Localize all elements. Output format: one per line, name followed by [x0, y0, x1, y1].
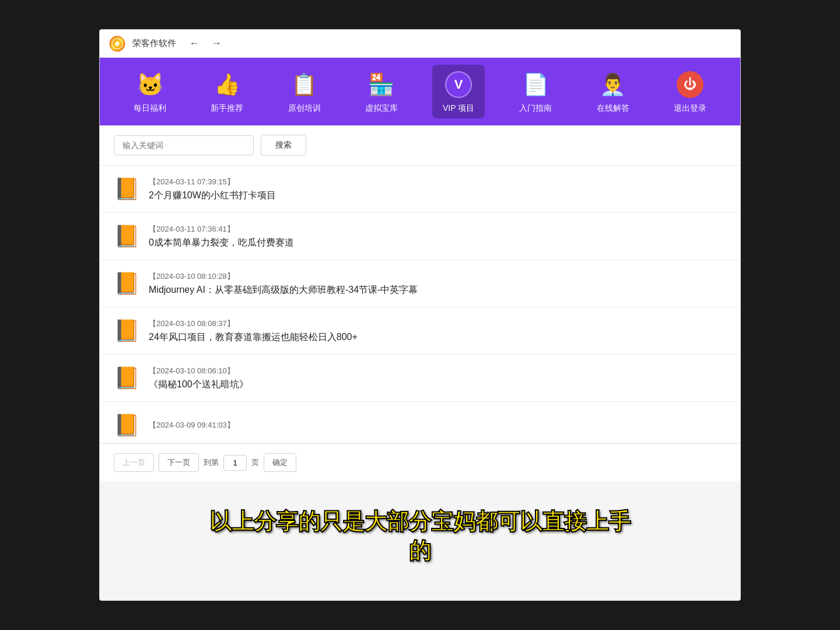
nav-label-online: 在线解答 [597, 103, 629, 114]
original-icon: 📋 [289, 69, 320, 100]
list-item[interactable]: 📙 【2024-03-10 08:10:28】 Midjourney AI：从零… [100, 260, 740, 307]
app-logo [109, 36, 125, 52]
svg-point-2 [115, 41, 120, 46]
guide-icon: 📄 [520, 69, 551, 100]
prev-page-button[interactable]: 上一页 [114, 453, 154, 472]
nav-bar: 🐱 每日福利 👍 新手推荐 📋 原创培训 🏪 虚拟宝库 V VIP 项目 📄 [100, 58, 740, 125]
item-time: 【2024-03-10 08:10:28】 [149, 271, 418, 282]
item-content: 【2024-03-10 08:08:37】 24年风口项目，教育赛道靠搬运也能轻… [149, 318, 358, 344]
list-item[interactable]: 📙 【2024-03-10 08:06:10】 《揭秘100个送礼暗坑》 [100, 355, 740, 402]
book-icon: 📙 [114, 412, 139, 438]
item-title: 《揭秘100个送礼暗坑》 [149, 379, 249, 391]
item-title: 0成本简单暴力裂变，吃瓜付费赛道 [149, 237, 294, 249]
nav-item-original[interactable]: 📋 原创培训 [278, 65, 331, 118]
nav-label-beginner: 新手推荐 [211, 103, 243, 114]
nav-label-original: 原创培训 [288, 103, 321, 114]
item-time: 【2024-03-10 08:08:37】 [149, 318, 358, 329]
virtual-icon: 🏪 [366, 69, 397, 100]
page-number-input[interactable] [223, 455, 247, 471]
page-unit: 页 [251, 457, 259, 468]
goto-label: 到第 [204, 457, 219, 468]
item-content: 【2024-03-11 07:36:41】 0成本简单暴力裂变，吃瓜付费赛道 [149, 224, 294, 249]
book-icon: 📙 [114, 365, 139, 391]
nav-item-daily[interactable]: 🐱 每日福利 [124, 65, 176, 118]
item-time: 【2024-03-10 08:06:10】 [149, 366, 249, 376]
next-page-button[interactable]: 下一页 [159, 453, 199, 472]
nav-item-guide[interactable]: 📄 入门指南 [509, 65, 562, 118]
item-time: 【2024-03-11 07:36:41】 [149, 224, 294, 235]
beginner-icon: 👍 [212, 69, 242, 100]
app-name: 荣客作软件 [132, 38, 176, 49]
nav-label-vip: VIP 项目 [443, 103, 474, 114]
search-bar: 搜索 [100, 125, 740, 166]
nav-item-vip[interactable]: V VIP 项目 [432, 65, 485, 118]
search-input[interactable] [114, 135, 254, 155]
item-content: 【2024-03-09 09:41:03】 [149, 420, 235, 430]
page-confirm-button[interactable]: 确定 [264, 453, 296, 472]
forward-arrow[interactable]: → [208, 36, 225, 51]
list-item[interactable]: 📙 【2024-03-09 09:41:03】 [100, 402, 740, 443]
nav-label-guide: 入门指南 [519, 103, 552, 114]
book-icon: 📙 [114, 223, 139, 249]
nav-label-virtual: 虚拟宝库 [365, 103, 398, 114]
book-icon: 📙 [114, 318, 139, 344]
online-icon: 👨‍💼 [598, 69, 628, 100]
item-title: Midjourney AI：从零基础到高级版的大师班教程-34节课-中英字幕 [149, 284, 418, 296]
app-window: 荣客作软件 ← → 🐱 每日福利 👍 新手推荐 📋 原创培训 🏪 虚拟宝库 [99, 29, 741, 601]
nav-label-logout: 退出登录 [674, 103, 706, 114]
logout-icon: ⏻ [675, 69, 705, 100]
list-container: 📙 【2024-03-11 07:39:15】 2个月赚10W的小红书打卡项目 … [100, 166, 740, 443]
daily-icon: 🐱 [135, 69, 165, 100]
list-item[interactable]: 📙 【2024-03-11 07:36:41】 0成本简单暴力裂变，吃瓜付费赛道 [100, 213, 740, 260]
nav-arrows: ← → [186, 36, 225, 51]
content-area: 搜索 📙 【2024-03-11 07:39:15】 2个月赚10W的小红书打卡… [100, 125, 740, 600]
item-time: 【2024-03-09 09:41:03】 [149, 420, 235, 430]
nav-item-online[interactable]: 👨‍💼 在线解答 [587, 65, 639, 118]
vip-icon: V [443, 69, 474, 100]
list-item[interactable]: 📙 【2024-03-10 08:08:37】 24年风口项目，教育赛道靠搬运也… [100, 307, 740, 355]
item-content: 【2024-03-10 08:06:10】 《揭秘100个送礼暗坑》 [149, 366, 249, 391]
pagination: 上一页 下一页 到第 页 确定 [100, 443, 740, 481]
item-title: 2个月赚10W的小红书打卡项目 [149, 190, 276, 202]
title-bar: 荣客作软件 ← → [100, 30, 740, 58]
book-icon: 📙 [114, 176, 139, 202]
list-item[interactable]: 📙 【2024-03-11 07:39:15】 2个月赚10W的小红书打卡项目 [100, 166, 740, 213]
item-time: 【2024-03-11 07:39:15】 [149, 177, 276, 187]
nav-label-daily: 每日福利 [134, 103, 166, 114]
search-button[interactable]: 搜索 [261, 135, 306, 156]
item-content: 【2024-03-10 08:10:28】 Midjourney AI：从零基础… [149, 271, 418, 296]
back-arrow[interactable]: ← [186, 36, 203, 51]
item-content: 【2024-03-11 07:39:15】 2个月赚10W的小红书打卡项目 [149, 177, 276, 202]
item-title: 24年风口项目，教育赛道靠搬运也能轻松日入800+ [149, 331, 358, 344]
nav-item-beginner[interactable]: 👍 新手推荐 [201, 65, 253, 118]
nav-item-logout[interactable]: ⏻ 退出登录 [664, 65, 716, 118]
nav-item-virtual[interactable]: 🏪 虚拟宝库 [355, 65, 408, 118]
book-icon: 📙 [114, 271, 139, 296]
